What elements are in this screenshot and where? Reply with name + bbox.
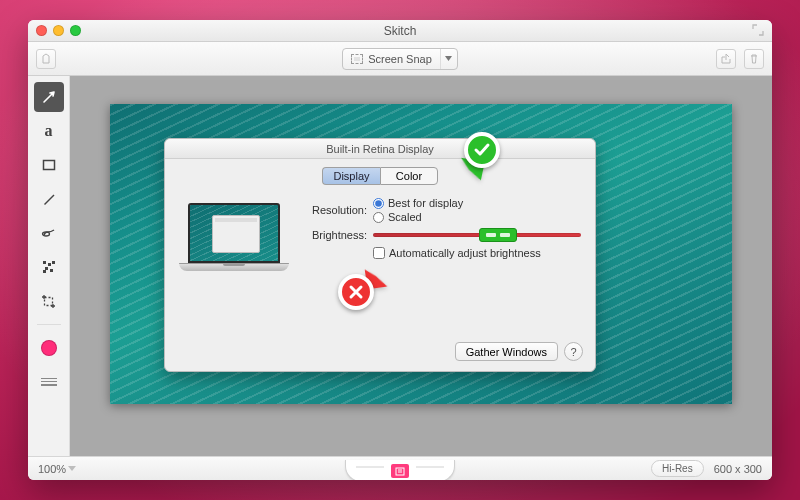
screen-snap-button[interactable]: Screen Snap (342, 48, 458, 70)
tool-arrow[interactable] (34, 82, 64, 112)
checkbox-input[interactable] (373, 247, 385, 259)
checkbox-label: Automatically adjust brightness (389, 247, 541, 259)
canvas-viewport: Built-in Retina Display Display Color Re… (70, 76, 772, 456)
radio-input[interactable] (373, 198, 384, 209)
tool-highlighter[interactable] (34, 218, 64, 248)
chevron-down-icon (445, 56, 452, 61)
svg-rect-0 (43, 161, 54, 170)
display-prefs-panel: Built-in Retina Display Display Color Re… (164, 138, 596, 372)
rect-icon (42, 158, 56, 172)
canvas-dimensions: 600 x 300 (714, 463, 762, 475)
pen-icon (41, 192, 56, 207)
svg-rect-3 (48, 263, 51, 266)
svg-rect-2 (43, 261, 46, 264)
radio-input[interactable] (373, 212, 384, 223)
svg-rect-8 (45, 297, 53, 305)
snap-label: Screen Snap (368, 53, 432, 65)
tool-text[interactable]: a (34, 116, 64, 146)
slider-thumb-annotation (479, 228, 517, 242)
app-window: Skitch Screen Snap (28, 20, 772, 480)
delete-button[interactable] (744, 49, 764, 69)
text-icon: a (45, 122, 53, 140)
snap-icon (351, 54, 363, 64)
export-icon (391, 464, 409, 478)
brightness-slider[interactable] (373, 229, 581, 241)
tab-color[interactable]: Color (380, 167, 438, 185)
radio-label: Best for display (388, 197, 463, 209)
gather-windows-button[interactable]: Gather Windows (455, 342, 558, 361)
slider-track-annotation (373, 233, 581, 237)
zoom-control[interactable]: 100% (38, 463, 76, 475)
crop-icon (41, 294, 56, 309)
svg-point-1 (42, 232, 49, 236)
tool-color[interactable] (34, 333, 64, 363)
brightness-label: Brightness: (303, 229, 367, 241)
check-icon (473, 141, 491, 159)
chevron-down-icon (68, 466, 76, 471)
display-preview-icon (179, 203, 289, 279)
highlighter-icon (41, 225, 57, 241)
help-button[interactable]: ? (564, 342, 583, 361)
pixelate-icon (42, 260, 56, 274)
sidebar-divider (37, 324, 61, 325)
toolbar: Screen Snap (28, 42, 772, 76)
stamp-check-annotation[interactable] (464, 132, 500, 168)
tab-display[interactable]: Display (322, 167, 380, 185)
tool-line-width[interactable] (34, 367, 64, 397)
canvas-image[interactable]: Built-in Retina Display Display Color Re… (110, 104, 732, 404)
resolution-label: Resolution: (303, 204, 367, 216)
zoom-window-button[interactable] (70, 25, 81, 36)
radio-scaled[interactable]: Scaled (373, 211, 463, 223)
svg-rect-5 (45, 267, 48, 270)
tool-pen[interactable] (34, 184, 64, 214)
svg-rect-6 (50, 269, 53, 272)
snap-dropdown[interactable] (441, 49, 457, 69)
titlebar: Skitch (28, 20, 772, 42)
tool-pixelate[interactable] (34, 252, 64, 282)
evernote-sync-button[interactable] (36, 49, 56, 69)
drag-export-handle[interactable] (345, 460, 455, 480)
tool-sidebar: a (28, 76, 70, 456)
radio-label: Scaled (388, 211, 422, 223)
share-button[interactable] (716, 49, 736, 69)
panel-title: Built-in Retina Display (165, 139, 595, 159)
hires-toggle[interactable]: Hi-Res (651, 460, 704, 477)
x-icon (347, 283, 365, 301)
line-width-icon (41, 378, 57, 386)
fullscreen-icon[interactable] (752, 24, 764, 36)
svg-rect-7 (43, 270, 46, 273)
zoom-value: 100% (38, 463, 66, 475)
radio-best-for-display[interactable]: Best for display (373, 197, 463, 209)
svg-rect-4 (52, 261, 55, 264)
panel-tabs: Display Color (165, 167, 595, 185)
status-bar: 100% Hi-Res 600 x 300 (28, 456, 772, 480)
minimize-window-button[interactable] (53, 25, 64, 36)
traffic-lights (36, 25, 81, 36)
auto-brightness-checkbox[interactable]: Automatically adjust brightness (373, 247, 581, 259)
stamp-x-annotation[interactable] (338, 274, 374, 310)
color-swatch-icon (42, 341, 56, 355)
close-window-button[interactable] (36, 25, 47, 36)
tool-crop[interactable] (34, 286, 64, 316)
window-title: Skitch (28, 24, 772, 38)
tool-shape[interactable] (34, 150, 64, 180)
